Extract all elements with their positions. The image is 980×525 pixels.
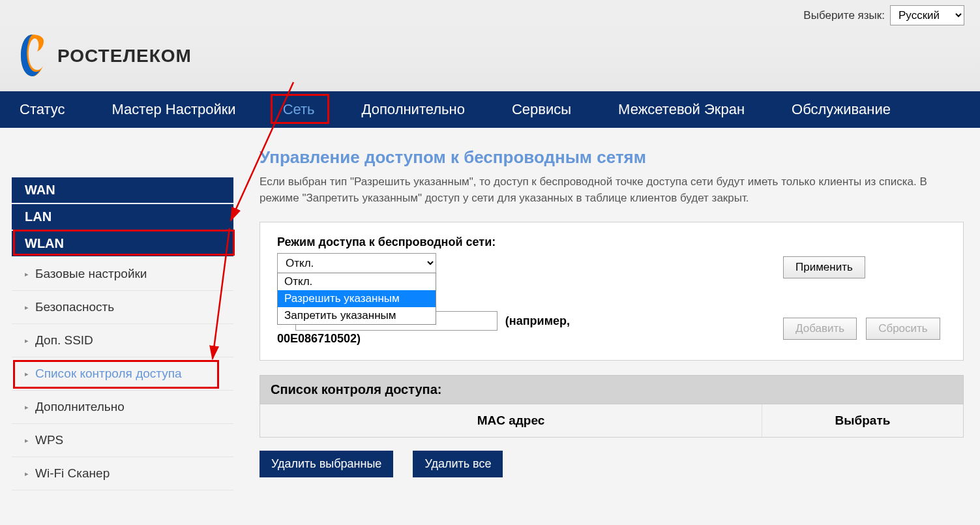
- language-select[interactable]: Русский: [890, 5, 964, 25]
- sidebar-wan[interactable]: WAN: [12, 177, 233, 203]
- chevron-right-icon: ▸: [25, 403, 29, 412]
- sidebar-access-control-list[interactable]: ▸Список контроля доступа: [12, 357, 233, 391]
- chevron-right-icon: ▸: [25, 337, 29, 345]
- nav-network[interactable]: Сеть: [260, 91, 338, 128]
- chevron-right-icon: ▸: [25, 270, 29, 278]
- sidebar-basic-settings[interactable]: ▸Базовые настройки: [12, 258, 233, 291]
- sidebar-item-label: Доп. SSID: [35, 333, 93, 348]
- nav-advanced[interactable]: Дополнительно: [338, 91, 488, 128]
- mode-option-off[interactable]: Откл.: [278, 273, 436, 290]
- sidebar-item-label: Базовые настройки: [35, 267, 147, 281]
- main-content: Управление доступом к беспроводным сетям…: [260, 147, 964, 477]
- sidebar-item-label: Wi-Fi Сканер: [35, 466, 110, 481]
- add-button[interactable]: Добавить: [783, 318, 857, 340]
- action-row: Удалить выбранные Удалить все: [260, 451, 964, 477]
- acl-section-header: Список контроля доступа:: [260, 375, 964, 404]
- delete-all-button[interactable]: Удалить все: [413, 451, 503, 477]
- sidebar-item-label: WPS: [35, 433, 63, 447]
- apply-button[interactable]: Применить: [783, 256, 865, 278]
- mode-select-wrap: Откл. Откл. Разрешить указанным Запретит…: [277, 253, 436, 273]
- nav-services[interactable]: Сервисы: [488, 91, 595, 128]
- nav-firewall[interactable]: Межсетевой Экран: [595, 91, 768, 128]
- sidebar-item-label: Безопасность: [35, 300, 114, 314]
- sidebar-item-label: Список контроля доступа: [35, 367, 182, 381]
- nav-status[interactable]: Статус: [0, 91, 89, 128]
- settings-panel: Режим доступа к беспроводной сети: Откл.…: [260, 222, 964, 361]
- top-bar: Выберите язык: Русский: [0, 0, 980, 25]
- chevron-right-icon: ▸: [25, 470, 29, 478]
- col-select-header: Выбрать: [762, 404, 963, 437]
- acl-table: MAC адрес Выбрать: [260, 404, 964, 438]
- header: РОСТЕЛЕКОМ: [0, 25, 980, 91]
- nav-wizard[interactable]: Мастер Настройки: [89, 91, 260, 128]
- sidebar-additional-ssid[interactable]: ▸Доп. SSID: [12, 324, 233, 357]
- sidebar-advanced[interactable]: ▸Дополнительно: [12, 391, 233, 424]
- panel-right: Применить Добавить Сбросить: [783, 235, 946, 346]
- mode-dropdown: Откл. Разрешить указанным Запретить указ…: [277, 273, 436, 325]
- page-title: Управление доступом к беспроводным сетям: [260, 147, 964, 168]
- col-mac-header: MAC адрес: [260, 404, 762, 437]
- chevron-right-icon: ▸: [25, 370, 29, 378]
- panel-left: Режим доступа к беспроводной сети: Откл.…: [277, 235, 770, 346]
- main-nav: Статус Мастер Настройки Сеть Дополнитель…: [0, 91, 980, 128]
- sidebar-wlan[interactable]: WLAN: [12, 231, 233, 256]
- mode-option-deny[interactable]: Запретить указанным: [278, 307, 436, 324]
- page-description: Если выбран тип "Разрешить указанным", т…: [260, 174, 964, 206]
- add-reset-row: Добавить Сбросить: [783, 318, 946, 340]
- sidebar-wifi-scanner[interactable]: ▸Wi-Fi Сканер: [12, 457, 233, 490]
- mode-option-allow[interactable]: Разрешить указанным: [278, 290, 436, 307]
- chevron-right-icon: ▸: [25, 436, 29, 445]
- mode-select[interactable]: Откл.: [277, 253, 436, 273]
- logo: РОСТЕЛЕКОМ: [16, 33, 192, 79]
- sidebar-lan[interactable]: LAN: [12, 204, 233, 230]
- mode-label: Режим доступа к беспроводной сети:: [277, 235, 770, 249]
- sidebar-item-label: Дополнительно: [35, 400, 125, 414]
- nav-maintenance[interactable]: Обслуживание: [768, 91, 914, 128]
- page-body: WAN LAN WLAN ▸Базовые настройки ▸Безопас…: [0, 128, 980, 510]
- delete-selected-button[interactable]: Удалить выбранные: [260, 451, 393, 477]
- mac-hint: (например,: [505, 314, 570, 328]
- rostelecom-logo-icon: [16, 33, 50, 79]
- sidebar: WAN LAN WLAN ▸Базовые настройки ▸Безопас…: [12, 147, 233, 490]
- language-label: Выберите язык:: [803, 9, 885, 22]
- sidebar-security[interactable]: ▸Безопасность: [12, 291, 233, 324]
- sidebar-wps[interactable]: ▸WPS: [12, 424, 233, 457]
- mac-sample: 00E086710502): [277, 332, 770, 346]
- brand-text: РОСТЕЛЕКОМ: [57, 46, 192, 67]
- chevron-right-icon: ▸: [25, 303, 29, 312]
- reset-button[interactable]: Сбросить: [866, 318, 940, 340]
